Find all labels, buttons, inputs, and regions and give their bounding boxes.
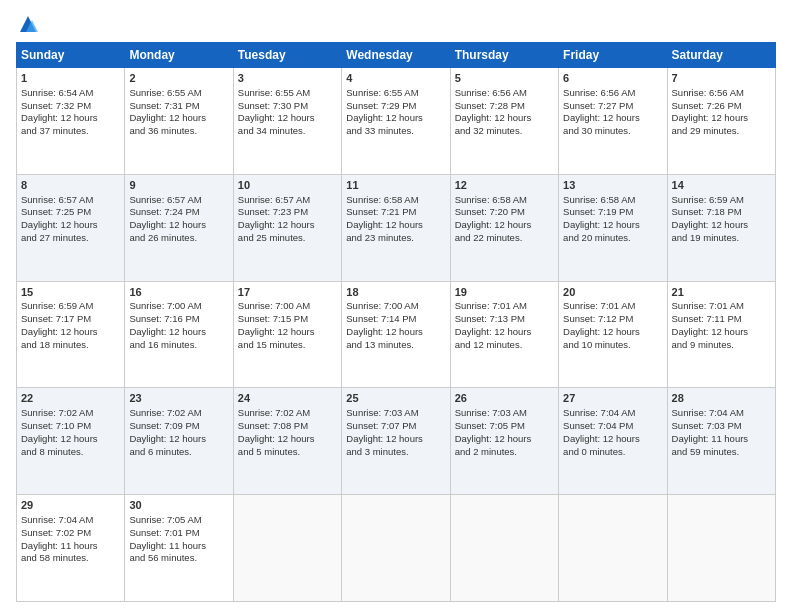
day-number: 9	[129, 178, 228, 193]
day-info-line: Sunrise: 6:58 AM	[455, 194, 554, 207]
day-number: 16	[129, 285, 228, 300]
day-info-line: Sunrise: 6:57 AM	[21, 194, 120, 207]
day-info-line: and 8 minutes.	[21, 446, 120, 459]
calendar-cell	[233, 495, 341, 602]
calendar-cell: 19Sunrise: 7:01 AMSunset: 7:13 PMDayligh…	[450, 281, 558, 388]
day-info-line: Sunset: 7:04 PM	[563, 420, 662, 433]
day-info-line: Sunrise: 7:04 AM	[563, 407, 662, 420]
calendar-cell: 12Sunrise: 6:58 AMSunset: 7:20 PMDayligh…	[450, 174, 558, 281]
day-info-line: and 0 minutes.	[563, 446, 662, 459]
day-info-line: Sunset: 7:15 PM	[238, 313, 337, 326]
calendar-cell: 22Sunrise: 7:02 AMSunset: 7:10 PMDayligh…	[17, 388, 125, 495]
day-info-line: and 2 minutes.	[455, 446, 554, 459]
logo	[16, 14, 38, 34]
day-number: 11	[346, 178, 445, 193]
calendar-header-row: SundayMondayTuesdayWednesdayThursdayFrid…	[17, 43, 776, 68]
day-number: 4	[346, 71, 445, 86]
calendar-cell: 13Sunrise: 6:58 AMSunset: 7:19 PMDayligh…	[559, 174, 667, 281]
calendar-cell: 27Sunrise: 7:04 AMSunset: 7:04 PMDayligh…	[559, 388, 667, 495]
day-info-line: Sunset: 7:10 PM	[21, 420, 120, 433]
calendar-week-row: 29Sunrise: 7:04 AMSunset: 7:02 PMDayligh…	[17, 495, 776, 602]
day-info-line: Daylight: 12 hours	[563, 433, 662, 446]
day-info-line: Sunrise: 7:00 AM	[238, 300, 337, 313]
calendar-cell	[559, 495, 667, 602]
day-info-line: Sunset: 7:05 PM	[455, 420, 554, 433]
day-info-line: Daylight: 12 hours	[563, 326, 662, 339]
calendar-cell: 23Sunrise: 7:02 AMSunset: 7:09 PMDayligh…	[125, 388, 233, 495]
day-info-line: Sunset: 7:24 PM	[129, 206, 228, 219]
day-info-line: Sunrise: 6:55 AM	[238, 87, 337, 100]
day-info-line: and 22 minutes.	[455, 232, 554, 245]
day-info-line: Sunset: 7:03 PM	[672, 420, 771, 433]
calendar-header-cell: Tuesday	[233, 43, 341, 68]
calendar-header-cell: Friday	[559, 43, 667, 68]
day-info-line: Sunrise: 7:04 AM	[21, 514, 120, 527]
calendar-cell	[342, 495, 450, 602]
day-info-line: Daylight: 12 hours	[346, 219, 445, 232]
day-info-line: and 25 minutes.	[238, 232, 337, 245]
day-info-line: and 9 minutes.	[672, 339, 771, 352]
day-info-line: Daylight: 12 hours	[455, 219, 554, 232]
day-info-line: Daylight: 12 hours	[346, 433, 445, 446]
calendar-cell: 15Sunrise: 6:59 AMSunset: 7:17 PMDayligh…	[17, 281, 125, 388]
day-info-line: and 20 minutes.	[563, 232, 662, 245]
day-number: 17	[238, 285, 337, 300]
calendar-cell: 11Sunrise: 6:58 AMSunset: 7:21 PMDayligh…	[342, 174, 450, 281]
day-info-line: Daylight: 12 hours	[672, 112, 771, 125]
calendar-cell: 17Sunrise: 7:00 AMSunset: 7:15 PMDayligh…	[233, 281, 341, 388]
day-info-line: Sunset: 7:29 PM	[346, 100, 445, 113]
day-info-line: Sunrise: 6:55 AM	[346, 87, 445, 100]
day-info-line: Daylight: 12 hours	[563, 112, 662, 125]
calendar-cell: 3Sunrise: 6:55 AMSunset: 7:30 PMDaylight…	[233, 68, 341, 175]
day-info-line: Sunrise: 7:01 AM	[563, 300, 662, 313]
day-number: 29	[21, 498, 120, 513]
day-number: 6	[563, 71, 662, 86]
day-info-line: Sunset: 7:31 PM	[129, 100, 228, 113]
day-info-line: Sunset: 7:12 PM	[563, 313, 662, 326]
day-info-line: Sunrise: 6:58 AM	[346, 194, 445, 207]
day-number: 5	[455, 71, 554, 86]
day-info-line: Sunrise: 7:03 AM	[346, 407, 445, 420]
day-number: 23	[129, 391, 228, 406]
day-info-line: Daylight: 12 hours	[129, 433, 228, 446]
day-info-line: Sunset: 7:19 PM	[563, 206, 662, 219]
day-number: 13	[563, 178, 662, 193]
calendar-cell: 25Sunrise: 7:03 AMSunset: 7:07 PMDayligh…	[342, 388, 450, 495]
day-info-line: Sunset: 7:26 PM	[672, 100, 771, 113]
day-info-line: Daylight: 12 hours	[238, 112, 337, 125]
day-info-line: Daylight: 11 hours	[129, 540, 228, 553]
day-info-line: Daylight: 12 hours	[455, 112, 554, 125]
calendar-cell	[667, 495, 775, 602]
day-info-line: Daylight: 12 hours	[21, 112, 120, 125]
day-info-line: and 12 minutes.	[455, 339, 554, 352]
day-info-line: and 3 minutes.	[346, 446, 445, 459]
day-info-line: Sunrise: 6:56 AM	[563, 87, 662, 100]
day-info-line: Daylight: 12 hours	[238, 326, 337, 339]
day-info-line: Sunset: 7:20 PM	[455, 206, 554, 219]
day-info-line: Sunset: 7:07 PM	[346, 420, 445, 433]
day-info-line: Sunset: 7:16 PM	[129, 313, 228, 326]
day-info-line: Sunrise: 6:56 AM	[672, 87, 771, 100]
day-info-line: Sunset: 7:28 PM	[455, 100, 554, 113]
day-number: 20	[563, 285, 662, 300]
day-info-line: and 5 minutes.	[238, 446, 337, 459]
calendar-table: SundayMondayTuesdayWednesdayThursdayFrid…	[16, 42, 776, 602]
calendar-cell: 14Sunrise: 6:59 AMSunset: 7:18 PMDayligh…	[667, 174, 775, 281]
day-info-line: Daylight: 12 hours	[346, 326, 445, 339]
day-info-line: Sunset: 7:09 PM	[129, 420, 228, 433]
day-number: 8	[21, 178, 120, 193]
calendar-cell: 8Sunrise: 6:57 AMSunset: 7:25 PMDaylight…	[17, 174, 125, 281]
day-info-line: Sunrise: 6:57 AM	[129, 194, 228, 207]
day-number: 15	[21, 285, 120, 300]
day-info-line: Daylight: 12 hours	[672, 219, 771, 232]
day-info-line: Daylight: 12 hours	[238, 433, 337, 446]
day-number: 19	[455, 285, 554, 300]
calendar-week-row: 1Sunrise: 6:54 AMSunset: 7:32 PMDaylight…	[17, 68, 776, 175]
day-info-line: Daylight: 12 hours	[21, 433, 120, 446]
day-info-line: and 33 minutes.	[346, 125, 445, 138]
calendar-week-row: 15Sunrise: 6:59 AMSunset: 7:17 PMDayligh…	[17, 281, 776, 388]
day-info-line: Daylight: 12 hours	[129, 112, 228, 125]
day-number: 14	[672, 178, 771, 193]
day-info-line: and 16 minutes.	[129, 339, 228, 352]
day-number: 1	[21, 71, 120, 86]
